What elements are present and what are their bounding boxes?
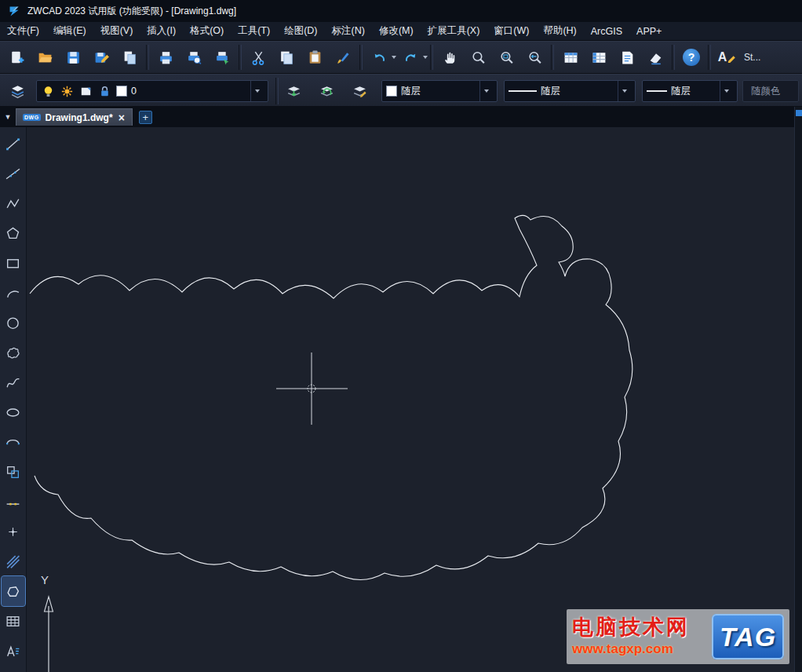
right-palette-strip [794,107,802,672]
draw-tool-revision-cloud[interactable] [2,338,25,367]
window-title: ZWCAD 2023 试用版 (功能受限) - [Drawing1.dwg] [27,5,236,18]
sheep-cloud-entity[interactable] [30,215,632,579]
plot-preview-button[interactable] [180,44,208,71]
menu-item-label: 文件(F) [7,25,39,36]
undo-icon [371,49,388,66]
cut-icon [250,49,267,66]
table-button[interactable] [556,44,585,71]
menu-file[interactable]: 文件(F) [0,22,46,40]
tab-list-dropdown[interactable]: ▼ [2,108,14,126]
export-button[interactable] [115,44,144,71]
undo-button[interactable] [365,44,393,71]
draw-tool-polyline[interactable] [2,188,25,218]
draw-tool-construction-line[interactable] [2,159,25,188]
save-button[interactable] [59,44,87,71]
linetype-combobox[interactable]: 随层 [504,80,636,102]
linetype-dropdown-arrow[interactable] [618,81,631,101]
draw-tool-line[interactable] [2,129,25,159]
export-icon [122,49,138,66]
draw-tool-table[interactable] [2,606,25,636]
menu-dimension[interactable]: 标注(N) [325,22,372,40]
menu-window[interactable]: 窗口(W) [487,22,536,40]
color-dropdown-arrow[interactable] [479,81,493,101]
draw-tool-spline[interactable] [2,367,25,397]
pan-button[interactable] [436,44,464,71]
color-swatch [386,86,397,97]
spreadsheet-button[interactable] [585,44,613,71]
redo-button[interactable] [396,44,425,71]
menu-edit[interactable]: 编辑(E) [46,22,93,40]
draw-tool-ellipse[interactable] [2,397,25,427]
menu-insert[interactable]: 插入(I) [140,22,183,40]
menu-view[interactable]: 视图(V) [93,22,140,40]
text-document-button[interactable] [613,44,641,71]
zoom-previous-button[interactable] [520,44,549,71]
new-tab-button[interactable]: + [139,111,152,124]
layer-make-current-icon [286,83,302,100]
table-icon [563,49,579,66]
plot-button[interactable] [151,44,180,71]
watermark: 电脑技术网 www.tagxp.com TAG [567,609,789,664]
open-button[interactable] [31,44,59,71]
menu-express-tools[interactable]: 扩展工具(X) [421,22,487,40]
lineweight-dropdown-arrow[interactable] [720,81,733,101]
zoom-window-button[interactable] [492,44,520,71]
help-button[interactable]: ? [677,44,705,71]
text-style-button[interactable]: A [713,44,742,71]
copy-button[interactable] [272,44,301,71]
insert-block-icon [5,464,21,480]
save-as-icon [93,49,110,66]
draw-tool-wipeout[interactable] [2,576,25,606]
watermark-badge: TAG [712,614,784,659]
match-properties-button[interactable] [329,44,357,71]
zoom-realtime-button[interactable] [464,44,492,71]
draw-tool-ellipse-arc[interactable] [2,427,25,457]
layer-previous-icon [319,83,335,100]
menu-arcgis[interactable]: ArcGIS [584,24,629,39]
layer-make-current-button[interactable] [279,78,308,104]
cut-button[interactable] [244,44,272,71]
draw-tool-arc[interactable] [2,278,25,308]
erase-button[interactable] [641,44,669,71]
plot-state-icon [78,84,93,99]
draw-tool-insert-block[interactable] [2,457,25,487]
menu-item-label: 插入(I) [147,25,176,36]
menu-format[interactable]: 格式(O) [183,22,231,40]
layer-match-icon [352,83,368,100]
publish-button[interactable] [208,44,236,71]
palette-handle[interactable] [796,110,802,116]
draw-tool-divide[interactable] [2,487,25,517]
copy-icon [279,49,295,66]
draw-tool-point[interactable] [2,517,25,546]
layer-match-button[interactable] [345,78,374,104]
tab-close-icon[interactable]: × [118,112,126,123]
tab-drawing1[interactable]: DWG Drawing1.dwg* × [16,108,133,126]
draw-tool-circle[interactable] [2,308,25,338]
ucs-icon: Y [41,573,53,672]
menu-app-plus[interactable]: APP+ [629,24,669,39]
layer-combobox[interactable]: 0 [36,80,268,102]
color-combobox[interactable]: 随层 [381,80,498,102]
draw-tool-polygon[interactable] [2,218,25,248]
menu-help[interactable]: 帮助(H) [536,22,583,40]
new-icon [9,49,25,66]
menu-draw[interactable]: 绘图(D) [277,22,324,40]
layer-manager-button[interactable] [3,78,31,104]
new-button[interactable] [2,44,31,71]
toolbar-separator [275,78,279,104]
menu-modify[interactable]: 修改(M) [372,22,421,40]
layer-dropdown-arrow[interactable] [250,81,264,101]
paste-button[interactable] [301,44,329,71]
zoom-previous-icon [527,49,543,66]
layer-previous-button[interactable] [312,78,341,104]
draw-tool-rectangle[interactable] [2,248,25,278]
drawing-canvas[interactable]: Y [27,127,794,672]
draw-tool-mtext[interactable] [2,636,25,666]
draw-tool-hatch[interactable] [2,546,25,576]
save-as-button[interactable] [87,44,115,71]
lineweight-combobox[interactable]: 随层 [642,80,738,102]
menu-tools[interactable]: 工具(T) [231,22,277,40]
layer-color-swatch [116,86,127,97]
help-icon: ? [683,49,700,66]
redo-dropdown-caret[interactable] [423,56,428,59]
